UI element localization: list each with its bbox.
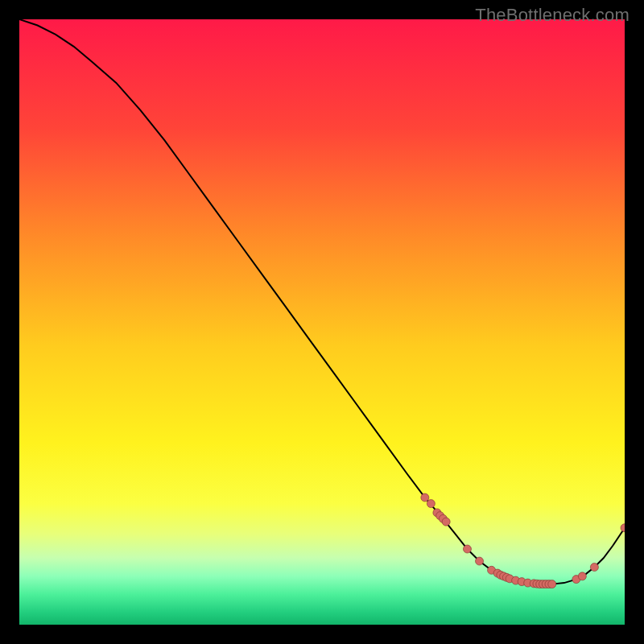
- curve-marker: [421, 493, 429, 502]
- curve-marker: [463, 545, 471, 553]
- chart-svg: [19, 19, 625, 625]
- gradient-backdrop: [19, 19, 625, 625]
- chart-container: { "watermark": "TheBottleneck.com", "col…: [0, 0, 644, 644]
- curve-marker: [578, 572, 586, 580]
- curve-marker: [442, 518, 450, 526]
- curve-marker: [548, 580, 556, 588]
- curve-marker: [476, 557, 484, 565]
- curve-marker: [590, 564, 598, 572]
- curve-marker: [427, 500, 435, 508]
- plot-area: [19, 19, 625, 625]
